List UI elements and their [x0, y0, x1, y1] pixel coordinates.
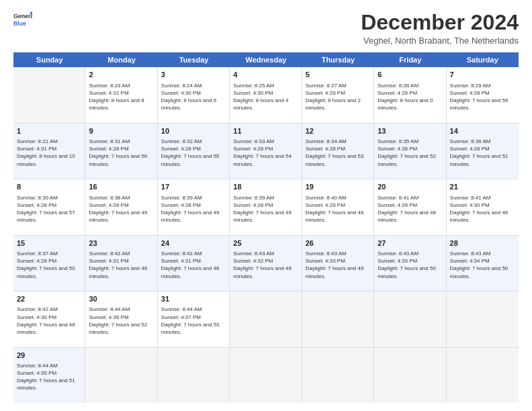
day-info: Sunrise: 8:36 AMSunset: 4:28 PMDaylight:… — [450, 138, 508, 167]
calendar-cell — [374, 291, 446, 347]
day-info: Sunrise: 8:33 AMSunset: 4:28 PMDaylight:… — [233, 138, 292, 167]
day-number: 10 — [161, 126, 226, 136]
day-info: Sunrise: 8:44 AMSunset: 4:35 PMDaylight:… — [17, 363, 75, 392]
calendar-cell: 20Sunrise: 8:41 AMSunset: 4:29 PMDayligh… — [374, 179, 446, 234]
calendar-cell: 19Sunrise: 8:40 AMSunset: 4:29 PMDayligh… — [302, 179, 374, 234]
calendar-header: SundayMondayTuesdayWednesdayThursdayFrid… — [13, 52, 519, 67]
calendar-cell: 30Sunrise: 8:44 AMSunset: 4:36 PMDayligh… — [85, 291, 157, 347]
calendar-cell: 26Sunrise: 8:43 AMSunset: 4:33 PMDayligh… — [302, 236, 374, 291]
calendar-cell: 31Sunrise: 8:44 AMSunset: 4:37 PMDayligh… — [158, 291, 230, 347]
calendar-cell — [230, 348, 302, 403]
day-info: Sunrise: 8:35 AMSunset: 4:28 PMDaylight:… — [378, 138, 436, 167]
calendar-week-0: 2Sunrise: 8:23 AMSunset: 4:31 PMDaylight… — [13, 67, 519, 123]
calendar-cell — [302, 348, 374, 403]
day-number: 1 — [17, 126, 81, 136]
day-info: Sunrise: 8:38 AMSunset: 4:28 PMDaylight:… — [89, 195, 147, 224]
calendar-cell: 2Sunrise: 8:23 AMSunset: 4:31 PMDaylight… — [85, 67, 157, 122]
header-day-0: Sunday — [13, 52, 85, 67]
day-number: 15 — [17, 238, 81, 248]
page: General Blue December 2024 Veghel, North… — [0, 0, 532, 411]
day-info: Sunrise: 8:41 AMSunset: 4:30 PMDaylight:… — [450, 195, 508, 224]
day-number: 30 — [89, 294, 153, 304]
day-number: 3 — [161, 70, 226, 80]
day-info: Sunrise: 8:34 AMSunset: 4:28 PMDaylight:… — [306, 138, 364, 167]
header-day-4: Thursday — [302, 52, 374, 67]
day-number: 5 — [306, 70, 370, 80]
day-info: Sunrise: 8:30 AMSunset: 4:28 PMDaylight:… — [17, 195, 75, 224]
calendar-cell: 5Sunrise: 8:27 AMSunset: 4:29 PMDaylight… — [302, 67, 374, 122]
day-info: Sunrise: 8:43 AMSunset: 4:33 PMDaylight:… — [378, 250, 436, 279]
day-number: 2 — [89, 70, 153, 80]
day-info: Sunrise: 8:43 AMSunset: 4:32 PMDaylight:… — [233, 250, 292, 279]
day-number: 18 — [233, 182, 298, 192]
day-info: Sunrise: 8:24 AMSunset: 4:30 PMDaylight:… — [161, 83, 216, 111]
calendar-cell — [158, 348, 230, 403]
day-info: Sunrise: 8:37 AMSunset: 4:28 PMDaylight:… — [17, 250, 75, 279]
header-day-6: Saturday — [447, 52, 519, 67]
calendar-cell: 17Sunrise: 8:39 AMSunset: 4:28 PMDayligh… — [158, 179, 230, 234]
calendar-cell: 4Sunrise: 8:25 AMSunset: 4:30 PMDaylight… — [230, 67, 302, 122]
calendar-cell: 9Sunrise: 8:31 AMSunset: 4:28 PMDaylight… — [85, 124, 157, 179]
day-info: Sunrise: 8:39 AMSunset: 4:28 PMDaylight:… — [161, 195, 220, 224]
day-info: Sunrise: 8:25 AMSunset: 4:30 PMDaylight:… — [233, 83, 288, 111]
day-number: 19 — [306, 182, 370, 192]
day-info: Sunrise: 8:31 AMSunset: 4:28 PMDaylight:… — [89, 138, 147, 167]
calendar-cell — [85, 348, 157, 403]
calendar-cell: 8Sunrise: 8:30 AMSunset: 4:28 PMDaylight… — [13, 179, 85, 234]
calendar-cell: 16Sunrise: 8:38 AMSunset: 4:28 PMDayligh… — [85, 179, 157, 234]
day-number: 26 — [306, 238, 370, 248]
calendar-cell: 27Sunrise: 8:43 AMSunset: 4:33 PMDayligh… — [374, 236, 446, 291]
calendar-cell: 28Sunrise: 8:43 AMSunset: 4:34 PMDayligh… — [447, 236, 519, 291]
day-number: 21 — [450, 182, 515, 192]
calendar-cell: 14Sunrise: 8:36 AMSunset: 4:28 PMDayligh… — [447, 124, 519, 179]
svg-text:Blue: Blue — [13, 20, 26, 27]
logo-icon: General Blue — [13, 11, 32, 30]
day-number: 25 — [233, 238, 298, 248]
calendar-week-3: 15Sunrise: 8:37 AMSunset: 4:28 PMDayligh… — [13, 236, 519, 291]
calendar-cell: 13Sunrise: 8:35 AMSunset: 4:28 PMDayligh… — [374, 124, 446, 179]
calendar: SundayMondayTuesdayWednesdayThursdayFrid… — [13, 52, 519, 403]
calendar-cell: 11Sunrise: 8:33 AMSunset: 4:28 PMDayligh… — [230, 124, 302, 179]
day-number: 8 — [17, 182, 81, 192]
calendar-cell: 23Sunrise: 8:42 AMSunset: 4:31 PMDayligh… — [85, 236, 157, 291]
day-info: Sunrise: 8:32 AMSunset: 4:28 PMDaylight:… — [161, 138, 220, 167]
main-title: December 2024 — [361, 11, 519, 34]
day-info: Sunrise: 8:41 AMSunset: 4:29 PMDaylight:… — [378, 195, 436, 224]
day-number: 16 — [89, 182, 153, 192]
calendar-cell: 25Sunrise: 8:43 AMSunset: 4:32 PMDayligh… — [230, 236, 302, 291]
day-info: Sunrise: 8:39 AMSunset: 4:28 PMDaylight:… — [233, 195, 292, 224]
day-info: Sunrise: 8:29 AMSunset: 4:28 PMDaylight:… — [450, 83, 508, 111]
title-block: December 2024 Veghel, North Brabant, The… — [361, 11, 519, 46]
day-info: Sunrise: 8:23 AMSunset: 4:31 PMDaylight:… — [89, 83, 144, 111]
day-number: 27 — [378, 238, 442, 248]
calendar-cell — [374, 348, 446, 403]
day-info: Sunrise: 8:42 AMSunset: 4:30 PMDaylight:… — [17, 306, 75, 335]
day-info: Sunrise: 8:43 AMSunset: 4:34 PMDaylight:… — [450, 250, 508, 279]
day-number: 14 — [450, 126, 515, 136]
day-info: Sunrise: 8:40 AMSunset: 4:29 PMDaylight:… — [306, 195, 364, 224]
day-info: Sunrise: 8:28 AMSunset: 4:29 PMDaylight:… — [378, 83, 433, 111]
day-info: Sunrise: 8:42 AMSunset: 4:31 PMDaylight:… — [161, 250, 220, 279]
day-number: 12 — [306, 126, 370, 136]
calendar-cell — [447, 348, 519, 403]
calendar-cell — [447, 291, 519, 347]
day-number: 9 — [89, 126, 153, 136]
calendar-cell: 6Sunrise: 8:28 AMSunset: 4:29 PMDaylight… — [374, 67, 446, 122]
day-number: 17 — [161, 182, 226, 192]
day-number: 20 — [378, 182, 442, 192]
calendar-cell: 12Sunrise: 8:34 AMSunset: 4:28 PMDayligh… — [302, 124, 374, 179]
day-number: 4 — [233, 70, 298, 80]
header-day-3: Wednesday — [230, 52, 302, 67]
header-day-5: Friday — [374, 52, 446, 67]
subtitle: Veghel, North Brabant, The Netherlands — [361, 36, 519, 46]
calendar-cell: 29Sunrise: 8:44 AMSunset: 4:35 PMDayligh… — [13, 348, 85, 403]
day-number: 22 — [17, 294, 81, 304]
calendar-week-2: 8Sunrise: 8:30 AMSunset: 4:28 PMDaylight… — [13, 179, 519, 235]
calendar-cell: 3Sunrise: 8:24 AMSunset: 4:30 PMDaylight… — [158, 67, 230, 122]
calendar-cell — [13, 67, 85, 122]
calendar-cell: 15Sunrise: 8:37 AMSunset: 4:28 PMDayligh… — [13, 236, 85, 291]
day-number: 24 — [161, 238, 226, 248]
calendar-cell — [230, 291, 302, 347]
day-number: 28 — [450, 238, 515, 248]
logo: General Blue — [13, 11, 32, 30]
